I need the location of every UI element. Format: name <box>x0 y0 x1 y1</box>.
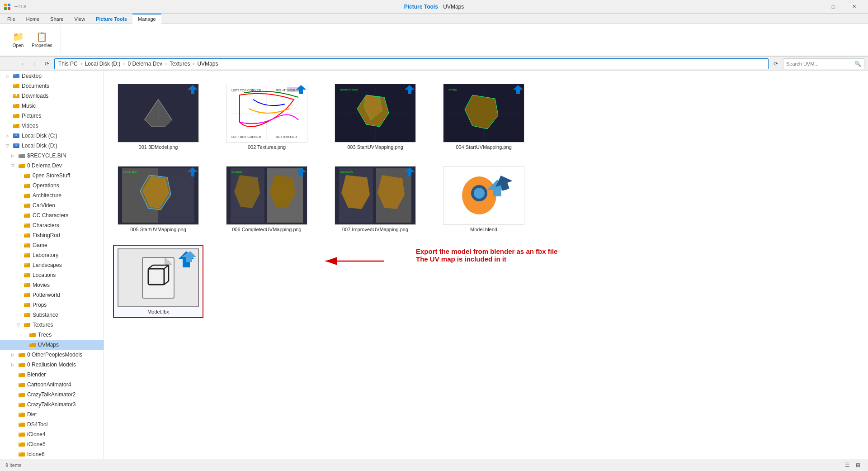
sidebar-item-cartoon4[interactable]: CartoonAnimator4 <box>0 380 104 390</box>
sidebar-item-trees[interactable]: Trees <box>0 330 104 340</box>
sidebar-item-operations[interactable]: Operations <box>0 181 104 190</box>
expand-icon <box>20 341 27 348</box>
sidebar-item-open-store[interactable]: 0pen StoreStuff <box>0 171 104 181</box>
app-icon <box>4 3 11 10</box>
file-item-fbx[interactable]: Model.fbx <box>113 245 203 318</box>
file-name-fbx: Model.fbx <box>147 309 169 314</box>
minimize-button[interactable]: ─ <box>802 0 823 14</box>
svg-marker-133 <box>405 167 415 176</box>
sidebar-item-delerna[interactable]: ▽ 0 Delerna Dev <box>0 161 104 171</box>
sidebar-item-other-models[interactable]: ▷ 0 OtherPeoplesModels <box>0 350 104 360</box>
svg-text:BOTTOM END: BOTTOM END <box>276 135 297 138</box>
sidebar-item-crazytalk2[interactable]: CrazyTalkAnimator2 <box>0 390 104 400</box>
sidebar-item-recycle[interactable]: ▷ $RECYCLE.BIN <box>0 151 104 161</box>
sidebar-item-movies[interactable]: Movies <box>0 280 104 290</box>
expand-icon: ▷ <box>9 351 16 358</box>
sidebar-item-diet[interactable]: Diet <box>0 409 104 419</box>
svg-rect-43 <box>24 243 27 245</box>
drive-d-icon <box>13 142 20 149</box>
sidebar-item-crazytalk3[interactable]: CrazyTalkAnimator3 <box>0 400 104 409</box>
tab-home[interactable]: Home <box>21 14 45 23</box>
expand-icon <box>14 222 22 229</box>
sidebar-item-textures[interactable]: ▽ Textures <box>0 320 104 330</box>
sidebar-label-game: Game <box>33 242 47 248</box>
sidebar-item-music[interactable]: Music <box>0 101 104 111</box>
sidebar-item-pictures[interactable]: Pictures <box>0 111 104 121</box>
scroll-area[interactable]: 001 3DModel.png <box>104 71 868 459</box>
search-icon: 🔍 <box>854 61 861 67</box>
tab-picture-tools[interactable]: Picture Tools <box>90 14 132 23</box>
tab-view[interactable]: View <box>69 14 90 23</box>
svg-text:LEFT BOT CORNER: LEFT BOT CORNER <box>231 135 261 138</box>
sidebar-item-local-c[interactable]: ▷ Local Disk (C:) <box>0 131 104 141</box>
desktop-folder-icon <box>13 72 20 80</box>
path-sep-4: › <box>193 61 194 67</box>
svg-rect-35 <box>24 204 27 205</box>
view-list-button[interactable]: ☰ <box>843 461 852 470</box>
sidebar-item-reallusion[interactable]: ▷ 0 Reallusion Models <box>0 360 104 370</box>
file-name-blend: Model.blend <box>470 227 497 232</box>
characters-folder-icon <box>24 222 31 229</box>
sidebar-item-props[interactable]: Props <box>0 300 104 310</box>
expand-textures-icon: ▽ <box>14 321 22 328</box>
file-item-001[interactable]: 001 3DModel.png <box>113 80 203 153</box>
sidebar-item-laboratory[interactable]: Laboratory <box>0 250 104 260</box>
sidebar-item-desktop[interactable]: ▷ Desktop <box>0 71 104 81</box>
nav-forward-button[interactable]: → <box>16 58 27 69</box>
file-item-006[interactable]: Completed 006 CompletedUVMapping.png <box>222 162 312 236</box>
sidebar-item-potterworld[interactable]: Potterworld <box>0 290 104 300</box>
nav-refresh-button[interactable]: ⟳ <box>42 58 52 69</box>
address-path[interactable]: This PC › Local Disk (D:) › 0 Delerna De… <box>54 58 769 69</box>
expand-icon <box>9 421 16 428</box>
tab-file[interactable]: File <box>2 14 21 23</box>
ribbon-open-btn[interactable]: 📁 Open <box>9 29 27 50</box>
sidebar-label-downloads: Downloads <box>22 93 48 99</box>
svg-rect-0 <box>4 4 7 6</box>
sidebar-item-local-d[interactable]: ▽ Local Disk (D:) <box>0 141 104 151</box>
sidebar-item-videos[interactable]: Videos <box>0 121 104 131</box>
sidebar-label-architecture: Architecture <box>33 192 61 199</box>
search-input[interactable] <box>786 61 853 67</box>
properties-icon: 📋 <box>36 31 47 42</box>
file-item-004[interactable]: UV Map 004 StartUVMapping.png <box>439 80 529 153</box>
file-item-005[interactable]: UV Map Start 005 StartUVMapping.png <box>113 162 203 236</box>
tab-manage[interactable]: Manage <box>132 14 161 24</box>
nav-up-button[interactable]: ↑ <box>29 58 40 69</box>
sidebar-item-carvideo[interactable]: CarVideo <box>0 200 104 210</box>
sidebar-item-uvmaps[interactable]: UVMaps <box>0 340 104 350</box>
sidebar-item-architecture[interactable]: Architecture <box>0 190 104 200</box>
nav-refresh2-button[interactable]: ⟳ <box>770 58 781 69</box>
nav-back-button[interactable]: ← <box>4 58 14 69</box>
file-item-002[interactable]: LEFT TOP CORNER RIGHT TOP LEFT BOT CORNE… <box>222 80 312 153</box>
file-item-003[interactable]: Blender UV Editor 003 StartUVMapping.png <box>330 80 420 153</box>
sidebar-item-blender[interactable]: Blender <box>0 370 104 380</box>
view-grid-button[interactable]: ⊞ <box>854 461 863 470</box>
svg-rect-61 <box>29 333 32 334</box>
maximize-button[interactable]: □ <box>823 0 844 14</box>
sidebar-item-iclone4[interactable]: iClone4 <box>0 429 104 439</box>
sidebar-item-fishingrod[interactable]: FishingRod <box>0 230 104 240</box>
close-button[interactable]: ✕ <box>844 0 864 14</box>
svg-marker-126 <box>296 167 306 176</box>
sidebar-item-iclone6[interactable]: Iclone6 <box>0 449 104 459</box>
sidebar-item-locations[interactable]: Locations <box>0 270 104 280</box>
file-item-blend[interactable]: Model.blend <box>439 162 529 236</box>
quick-access-btn[interactable]: ─ □ ✕ <box>13 3 28 10</box>
sidebar-item-game[interactable]: Game <box>0 240 104 250</box>
sidebar-label-iclone6: Iclone6 <box>27 451 45 457</box>
sidebar-item-characters[interactable]: Characters <box>0 220 104 230</box>
sidebar-item-downloads[interactable]: Downloads <box>0 91 104 101</box>
tab-share[interactable]: Share <box>45 14 69 23</box>
sidebar-item-landscapes[interactable]: Landscapes <box>0 260 104 270</box>
file-item-007[interactable]: Improved UV 007 ImprovedUVMapping.png <box>330 162 420 236</box>
blender-folder-icon <box>18 371 25 378</box>
ribbon-properties-btn[interactable]: 📋 Properties <box>29 29 55 50</box>
sidebar-item-iclone5[interactable]: iClone5 <box>0 439 104 449</box>
svg-rect-71 <box>19 383 21 384</box>
sidebar-item-documents[interactable]: Documents <box>0 81 104 91</box>
svg-rect-13 <box>13 104 16 105</box>
file-name-007: 007 ImprovedUVMapping.png <box>342 227 408 232</box>
sidebar-item-cc-characters[interactable]: CC Characters <box>0 210 104 220</box>
sidebar-item-substance[interactable]: Substance <box>0 310 104 320</box>
sidebar-item-ds4tool[interactable]: DS4Tool <box>0 419 104 429</box>
